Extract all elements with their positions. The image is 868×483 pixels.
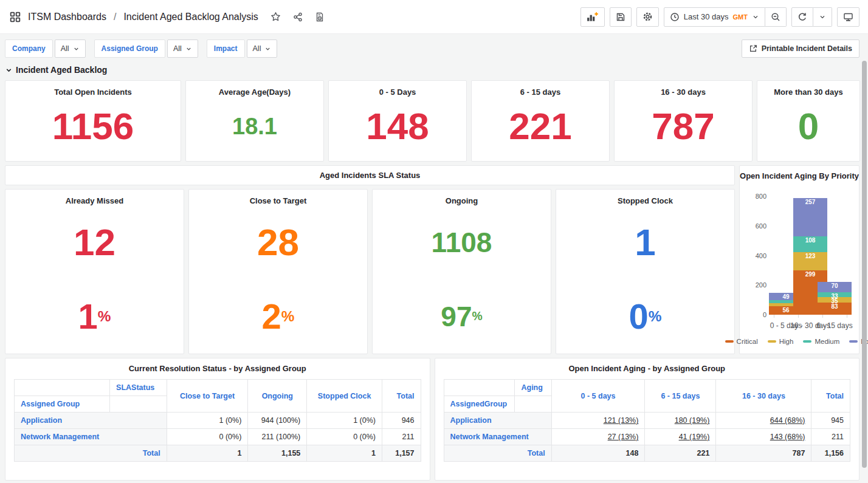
sla-percent: 97% [373, 279, 551, 354]
bar-6-15-days[interactable]: 83353370 [818, 196, 852, 315]
x-axis-category-label: 6 - 15 days [816, 321, 852, 330]
breadcrumb-current: Incident Aged Backlog Analysis [123, 12, 258, 22]
total-label: Total [15, 445, 167, 462]
filter-row: CompanyAllAssigned GroupAllImpactAll Pri… [0, 34, 868, 58]
filter-assigned-group: Assigned GroupAll [94, 39, 198, 58]
value-cell[interactable]: 41 (19%) [645, 429, 716, 445]
total-value-cell: 787 [716, 445, 811, 462]
pivot-column-dimension: SLAStatus [110, 380, 167, 396]
column-header-total: Total [382, 380, 421, 413]
filter-value-dropdown[interactable]: All [55, 39, 86, 58]
aging-by-priority-chart-panel: Open Incident Aging By Priority 02004006… [739, 165, 859, 354]
chevron-down-icon [73, 46, 80, 52]
external-link-icon [749, 44, 757, 53]
pivot-row-dimension: AssignedGroup [444, 396, 515, 413]
apps-grid-icon[interactable] [9, 10, 22, 24]
percent-sign: % [649, 309, 662, 324]
legend-label: High [779, 338, 794, 345]
stats-row: Total Open Incidents1156Average Age(Days… [5, 80, 859, 162]
group-link-network-management[interactable]: Network Management [15, 429, 167, 445]
value-cell: 0 (0%) [307, 429, 382, 445]
value-cell[interactable]: 121 (13%) [551, 413, 645, 429]
resolution-status-table-panel: Current Resolution Status - by Assigned … [5, 358, 430, 481]
total-value-cell: 1,155 [248, 445, 307, 462]
row-incident-aged-backlog[interactable]: Incident Aged Backlog [0, 58, 868, 78]
value-cell: 1 (0%) [167, 413, 248, 429]
save-dashboard-button[interactable] [610, 7, 632, 27]
chevron-down-icon [819, 13, 826, 21]
percent-sign: % [281, 309, 295, 324]
bar-segment-critical[interactable]: 83 [818, 303, 852, 315]
chevron-down-icon [752, 13, 759, 21]
panel-title: Current Resolution Status - by Assigned … [5, 358, 430, 373]
value-cell[interactable]: 644 (68%) [716, 413, 811, 429]
legend-item-high[interactable]: High [768, 338, 794, 345]
value-cell[interactable]: 180 (19%) [645, 413, 716, 429]
stat-panel-title: Average Age(Days) [219, 81, 291, 97]
y-axis-tick-label: 200 [756, 281, 766, 289]
legend-label: Critical [737, 338, 758, 345]
percent-sign: % [98, 309, 111, 324]
y-axis-tick-label: 400 [756, 252, 766, 259]
add-panel-button[interactable] [580, 7, 605, 27]
bar-segment-medium[interactable]: 33 [818, 292, 852, 297]
zoom-out-time-button[interactable] [765, 7, 787, 27]
sla-column: Aged Incidents SLA Status Already Missed… [5, 165, 735, 354]
legend-color-dash [803, 340, 811, 343]
stat-panel-total-open-incidents: Total Open Incidents1156 [5, 80, 181, 162]
stat-panel-title: 6 - 15 days [520, 81, 561, 97]
page-scrollbar-thumb[interactable] [862, 61, 867, 468]
template-variables: CompanyAllAssigned GroupAllImpactAll [5, 39, 277, 58]
pivot-row-dimension: Assigned Group [15, 396, 110, 413]
x-axis-tick [774, 315, 774, 318]
dashboard-toolbar: Last 30 days GMT [580, 7, 859, 27]
kiosk-mode-button[interactable] [837, 7, 859, 27]
time-range-picker[interactable]: Last 30 days GMT [664, 7, 765, 27]
top-header: ITSM Dashboards / Incident Aged Backlog … [0, 0, 868, 34]
star-icon[interactable] [269, 10, 282, 23]
filter-label: Impact [207, 39, 245, 58]
filter-company: CompanyAll [5, 39, 86, 58]
breadcrumb-root[interactable]: ITSM Dashboards [28, 12, 106, 22]
stat-value: 0 [798, 97, 819, 161]
report-icon[interactable] [314, 11, 326, 23]
pivot-corner-cell [444, 380, 515, 396]
sla-percent: 0% [556, 279, 734, 354]
legend-item-critical[interactable]: Critical [725, 338, 758, 345]
group-link-network-management[interactable]: Network Management [444, 429, 551, 445]
column-header-ongoing: Ongoing [248, 380, 307, 413]
share-icon[interactable] [292, 11, 304, 23]
settings-gear-button[interactable] [636, 7, 659, 27]
group-link-application[interactable]: Application [15, 413, 167, 429]
refresh-interval-dropdown[interactable] [813, 7, 832, 27]
value-cell[interactable]: 27 (13%) [551, 429, 645, 445]
total-value-cell: 221 [645, 445, 716, 462]
stat-panel-title: Total Open Incidents [54, 81, 132, 97]
time-range-label: Last 30 days [684, 12, 729, 21]
stat-value: 18.1 [232, 97, 277, 161]
printable-incident-details-button[interactable]: Printable Incident Details [742, 39, 859, 58]
filter-value-dropdown[interactable]: All [167, 39, 198, 58]
stat-value: 221 [509, 97, 571, 161]
pivot-empty-cell [110, 396, 167, 413]
chart-legend: CriticalHighMediumLow [740, 338, 859, 345]
sla-count: 1 [556, 205, 734, 279]
refresh-button[interactable] [791, 7, 813, 27]
sla-panel-title: Ongoing [446, 190, 478, 205]
group-link-application[interactable]: Application [444, 413, 551, 429]
legend-color-dash [725, 340, 734, 343]
table-total-row: Total1482217871,156 [444, 445, 850, 462]
bar-segment-high[interactable]: 35 [818, 297, 852, 303]
filter-value-dropdown[interactable]: All [247, 39, 278, 58]
stat-panel-average-age-days: Average Age(Days)18.1 [185, 80, 324, 162]
value-cell[interactable]: 143 (68%) [716, 429, 811, 445]
bar-segment-low[interactable]: 70 [818, 282, 852, 292]
stat-panel-0-5-days: 0 - 5 Days148 [328, 80, 467, 162]
y-axis-tick-label: 600 [756, 222, 766, 230]
value-cell: 1 (0%) [307, 413, 382, 429]
total-value-cell: 1,157 [382, 445, 421, 462]
x-axis-tick [822, 315, 823, 318]
total-value-cell: 1,156 [811, 445, 850, 462]
panel-title: Aged Incidents SLA Status [320, 171, 421, 180]
legend-item-medium[interactable]: Medium [803, 338, 839, 345]
